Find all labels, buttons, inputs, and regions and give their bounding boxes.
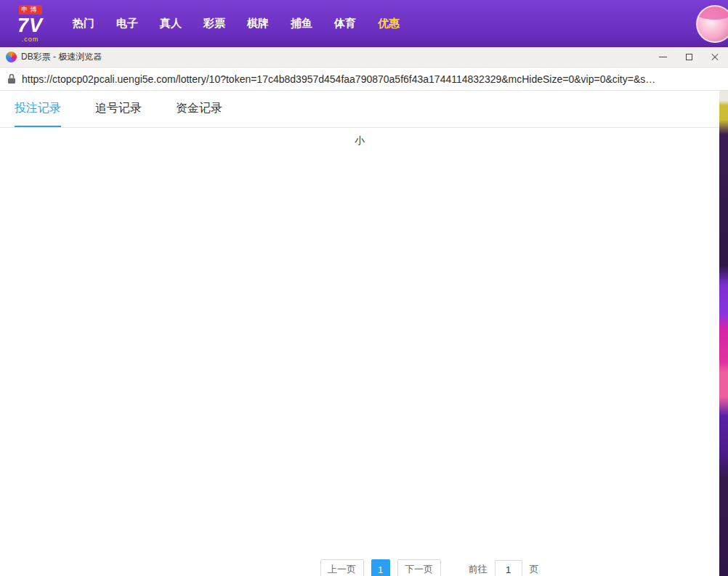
- nav-item-7[interactable]: 体育: [334, 17, 356, 31]
- nav-item-5[interactable]: 棋牌: [247, 17, 269, 31]
- browser-app-icon: [6, 52, 17, 62]
- prev-page-button[interactable]: 上一页: [320, 559, 364, 576]
- close-button[interactable]: [702, 47, 728, 67]
- cell-content: 小: [0, 134, 719, 576]
- site-logo[interactable]: 申博 7V .com: [17, 5, 43, 43]
- nav-item-8[interactable]: 优惠: [378, 17, 400, 31]
- tab-1[interactable]: 投注记录: [15, 101, 61, 127]
- current-page-button[interactable]: 1: [371, 559, 390, 576]
- page-suffix-label: 页: [530, 563, 539, 576]
- browser-addressbar: https://ctopcp02pcali.uengi5e.com/lotter…: [0, 68, 728, 91]
- goto-page-label: 前往: [469, 563, 488, 576]
- nav-item-6[interactable]: 捕鱼: [291, 17, 312, 31]
- logo-badge: 申博: [19, 5, 42, 15]
- lottery-record-page: 投注记录追号记录资金记录 查询时间 : 今天昨天前天近7天近20天(低频) 彩种…: [0, 91, 719, 576]
- page-edge-strip: [719, 91, 728, 576]
- pagination: 上一页 1 下一页 前往 页: [70, 559, 719, 576]
- minimize-button[interactable]: [650, 47, 676, 67]
- site-header: 申博 7V .com 热门电子真人彩票棋牌捕鱼体育优惠: [0, 0, 728, 47]
- window-controls: [650, 47, 728, 67]
- table-row: 2025-04-08 18:40:22澳洲幸运10-第三名大小21208590小…: [0, 479, 719, 508]
- maximize-button[interactable]: [676, 47, 702, 67]
- tab-2[interactable]: 追号记录: [95, 101, 142, 127]
- browser-titlebar: DB彩票 - 极速浏览器: [0, 47, 728, 68]
- minimize-icon: [659, 57, 667, 57]
- nav-item-3[interactable]: 真人: [160, 17, 182, 31]
- close-icon: [711, 53, 719, 62]
- lock-icon: [7, 73, 16, 84]
- address-url[interactable]: https://ctopcp02pcali.uengi5e.com/lotter…: [22, 73, 655, 85]
- logo-domain-text: .com: [22, 36, 39, 43]
- nav-item-4[interactable]: 彩票: [203, 17, 225, 31]
- tab-3[interactable]: 资金记录: [176, 101, 222, 127]
- table-body: 2025-04-08 20:29:53澳洲幸运10-第三名大小21208612大…: [0, 218, 719, 508]
- next-page-button[interactable]: 下一页: [397, 559, 441, 576]
- bet-record-table: 投注时间彩种-玩法期号投注内容投注金额状态 2025-04-08 20:29:5…: [0, 193, 719, 508]
- nav-item-2[interactable]: 电子: [116, 17, 138, 31]
- record-tabs: 投注记录追号记录资金记录: [0, 91, 719, 128]
- nav-item-1[interactable]: 热门: [73, 17, 94, 31]
- goto-page-input[interactable]: [495, 560, 522, 576]
- site-nav: 热门电子真人彩票棋牌捕鱼体育优惠: [62, 17, 410, 31]
- browser-window-title: DB彩票 - 极速浏览器: [21, 51, 102, 63]
- logo-text: 7V: [17, 16, 43, 36]
- user-avatar[interactable]: [696, 5, 728, 43]
- browser-window: DB彩票 - 极速浏览器 https://ctopcp02pcali.uengi…: [0, 47, 728, 576]
- maximize-icon: [686, 54, 692, 60]
